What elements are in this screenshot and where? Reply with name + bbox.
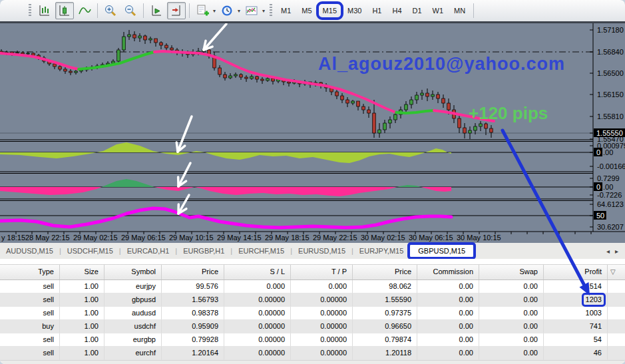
new-chart-icon <box>196 4 209 17</box>
candle-bullish <box>234 75 238 76</box>
chart-tab-eurcad-h1[interactable]: EURCAD,H1 <box>121 244 176 258</box>
column-header-commission[interactable]: Commission <box>417 265 479 279</box>
candle-bearish <box>341 96 344 100</box>
candle-bearish <box>362 106 365 110</box>
cell-price: 0.95909 <box>162 320 224 333</box>
chart-tab-usdchf-m15[interactable]: USDCHF,M15 <box>61 244 119 258</box>
axis-label: 1.56840 <box>597 48 624 56</box>
timeframe-button-m15[interactable]: M15 <box>318 3 341 18</box>
sort-indicator-icon[interactable]: ▽ <box>608 265 625 279</box>
timeframe-button-h4[interactable]: H4 <box>387 3 406 18</box>
chart-tab-eurusd-m15[interactable]: EURUSD,M15 <box>292 244 351 258</box>
new-chart-button[interactable] <box>193 2 212 19</box>
trade-row-eurjpy[interactable]: sell1.00eurjpy99.5760.0000.00098.0620.00… <box>0 280 625 293</box>
axis-label: 30.6207 <box>597 223 624 231</box>
timeframe-button-m5[interactable]: M5 <box>297 3 316 18</box>
candle-bearish <box>357 101 360 106</box>
tab-scroll-left-icon[interactable]: ◂ <box>606 248 610 255</box>
candle-bullish <box>16 53 19 53</box>
cell-size: 1.00 <box>60 333 104 347</box>
cell-commission: 0.00 <box>417 307 479 320</box>
template-button[interactable] <box>242 2 261 19</box>
timeframe-button-m30[interactable]: M30 <box>343 3 366 18</box>
timeframe-button-h1[interactable]: H1 <box>367 3 386 18</box>
candle-bearish <box>21 53 25 54</box>
timeframe-button-m1[interactable]: M1 <box>276 3 296 18</box>
candle-bullish <box>250 77 254 79</box>
candle-bullish <box>122 37 126 50</box>
chart-tab-eurgbp-h1[interactable]: EURGBP,H1 <box>177 244 230 258</box>
timeframe-toolbar-grip[interactable] <box>270 4 272 17</box>
cell-sl: 0.00000 <box>224 347 291 360</box>
cell-swap: 0.00 <box>479 280 544 293</box>
cell-swap: 0.00 <box>479 293 544 307</box>
chart-tab-eurjpy-m15[interactable]: EURJPY,M15 <box>353 244 409 258</box>
column-header-price[interactable]: Price <box>162 265 224 279</box>
trade-row-usdchf[interactable]: buy1.00usdchf0.959090.000000.000000.9665… <box>0 320 625 333</box>
timeframe-group: M1M5M15M30H1H4D1W1MN <box>276 3 471 18</box>
column-header-type[interactable]: Type <box>0 265 60 279</box>
cell-price: 1.56793 <box>162 293 224 307</box>
chart-tab-gbpusd-m15[interactable]: GBPUSD,M15 <box>409 244 474 258</box>
cell-spacer <box>608 333 625 347</box>
chart-tab-audusd-m15[interactable]: AUDUSD,M15 <box>0 244 59 258</box>
axis-label: 0.7299 <box>597 174 620 182</box>
time-label: 28 May 22:15 <box>25 234 70 242</box>
column-header-swap[interactable]: Swap <box>479 265 544 279</box>
cell-type: sell <box>0 333 60 347</box>
column-header-sl[interactable]: S / L <box>224 265 291 279</box>
candlestick-chart-button[interactable] <box>55 2 74 19</box>
timeframe-button-mn[interactable]: MN <box>449 3 470 18</box>
axis-label: 64.6123 <box>597 200 624 208</box>
cell-price: 0.79874 <box>353 333 417 347</box>
periods-dropdown-caret[interactable]: ▾ <box>238 8 240 14</box>
candle-bearish <box>133 35 136 38</box>
cell-profit: 1514 <box>544 280 608 293</box>
chart-shift-button[interactable] <box>167 2 186 19</box>
time-label: 30 May 02:15 <box>361 234 405 242</box>
cell-commission: 0.00 <box>417 320 479 333</box>
time-label: 29 May 02:15 <box>73 234 118 242</box>
column-header-profit[interactable]: Profit <box>544 265 608 279</box>
auto-scroll-button[interactable] <box>147 2 166 19</box>
cell-symbol: gbpusd <box>104 293 162 307</box>
column-header-symbol[interactable]: Symbol <box>104 265 162 279</box>
candle-bullish <box>117 50 120 61</box>
chart-tab-eurchf-m15[interactable]: EURCHF,M15 <box>232 244 290 258</box>
column-header-price[interactable]: Price <box>353 265 417 279</box>
timeframe-button-w1[interactable]: W1 <box>428 3 449 18</box>
cell-tp: 0.00000 <box>291 320 353 333</box>
axis-label: -0.7226 <box>597 191 622 199</box>
trade-row-eurchf[interactable]: sell1.00eurchf1.201640.000000.000001.201… <box>0 347 625 360</box>
candle-bearish <box>154 39 158 43</box>
column-header-tp[interactable]: T / P <box>291 265 353 279</box>
toolbar-grip[interactable] <box>29 4 31 17</box>
periods-button[interactable] <box>218 2 236 19</box>
toolbar-separator <box>143 3 144 18</box>
column-header-size[interactable]: Size <box>60 265 104 279</box>
cell-sl: 0.00000 <box>224 307 291 320</box>
zoom-out-button[interactable] <box>121 2 140 19</box>
chart-area[interactable]: 1.571801.568401.565001.561501.558101.555… <box>0 21 625 243</box>
new-chart-dropdown-caret[interactable]: ▾ <box>213 8 216 14</box>
timeframe-button-d1[interactable]: D1 <box>408 3 427 18</box>
trade-row-eurgbp[interactable]: sell1.00eurgbp0.799280.000000.000000.798… <box>0 333 625 347</box>
time-label: 29 May 10:15 <box>169 234 214 242</box>
trade-row-gbpusd[interactable]: sell1.00gbpusd1.567930.000000.000001.555… <box>0 293 625 307</box>
trade-row-audusd[interactable]: sell1.00audusd0.983780.000000.000000.973… <box>0 307 625 320</box>
toolbar: ▾ ▾ ▾ M1M5M15M30H1H4D1W1MN <box>0 0 625 22</box>
tab-scroll-right-icon[interactable]: ▸ <box>615 248 618 255</box>
candle-bearish <box>165 45 168 48</box>
template-dropdown-caret[interactable]: ▾ <box>262 8 265 14</box>
axis-label: 1.56500 <box>597 69 624 77</box>
zoom-in-button[interactable] <box>101 2 120 19</box>
axis-label: .00 <box>603 183 613 191</box>
cell-commission: 0.00 <box>417 293 479 307</box>
bar-chart-button[interactable] <box>35 2 54 19</box>
candle-bearish <box>224 75 227 78</box>
cell-profit: 1003 <box>544 307 608 320</box>
table-bottom-strip <box>0 360 625 364</box>
line-chart-button[interactable] <box>75 2 94 19</box>
candle-bullish <box>229 76 232 78</box>
candle-bullish <box>128 35 131 37</box>
